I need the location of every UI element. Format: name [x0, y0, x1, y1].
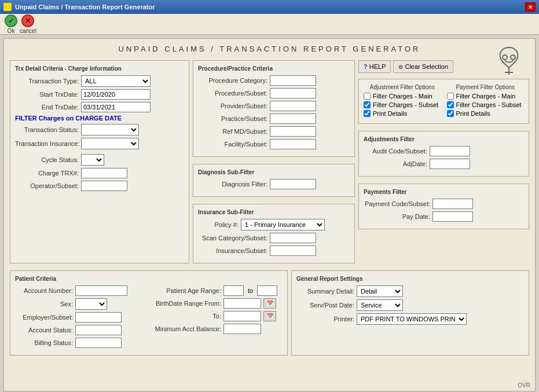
scan-category-label: Scan Category/Subset:	[198, 235, 267, 241]
account-number-input[interactable]	[75, 285, 127, 296]
birthdate-from-input[interactable]	[223, 298, 261, 309]
payments-filter-label: Payments Filter	[364, 189, 524, 195]
diagnosis-section: Diagnosis Sub-Filter Diagnosis Filter:	[193, 164, 355, 197]
age-range-from-input[interactable]	[223, 285, 244, 296]
toolbar: ✓ Ok ✕ cancel	[0, 14, 539, 35]
operator-subset-input[interactable]	[81, 181, 127, 191]
end-trx-date-input[interactable]	[81, 102, 151, 112]
patient-section-label: Patient Criteria	[15, 276, 283, 282]
scan-category-input[interactable]	[270, 233, 316, 243]
adjustments-filter-section: Adjustments Filter Audit Code/Subset: Ad…	[358, 131, 529, 177]
title-bar: ⚕ Unpaid Claims / Transaction Report Gen…	[0, 0, 539, 14]
account-number-label: Account Number:	[15, 287, 73, 294]
printer-select[interactable]: PDF PRINT TO WINDOWS PRINTER	[357, 313, 467, 325]
insurance-subset-input[interactable]	[270, 246, 316, 256]
pay-date-input[interactable]	[432, 211, 473, 222]
filter-charges-subset-adj-checkbox[interactable]	[364, 101, 371, 108]
billing-status-label: Billing Status:	[15, 339, 73, 346]
cancel-icon: ✕	[21, 14, 34, 27]
provider-subset-input[interactable]	[270, 101, 316, 111]
logo	[494, 45, 523, 79]
practice-subset-label: Practice/Subset:	[198, 115, 267, 122]
cycle-status-label: Cycle Status:	[15, 156, 79, 163]
sex-select[interactable]	[75, 298, 107, 310]
billing-status-input[interactable]	[75, 338, 122, 348]
charge-trx-input[interactable]	[81, 168, 127, 178]
audit-code-label: Audit Code/Subset:	[364, 148, 427, 155]
charge-trx-label: Charge TRX#:	[15, 170, 79, 177]
transaction-type-label: Transaction Type:	[15, 78, 79, 85]
facility-subset-input[interactable]	[270, 139, 316, 149]
procedure-category-input[interactable]	[270, 75, 316, 86]
payment-code-label: Payment Code/Subset:	[364, 200, 430, 207]
diagnosis-filter-label: Diagnosis Filter:	[198, 181, 267, 188]
general-section: General Report Settings Summary Detail: …	[291, 270, 529, 356]
min-acct-balance-input[interactable]	[223, 324, 261, 334]
adjustments-filter-label: Adjustments Filter	[364, 136, 524, 142]
refmd-subset-label: Ref MD/Subset:	[198, 128, 267, 135]
audit-code-input[interactable]	[430, 146, 470, 156]
transaction-insurance-label: Transaction Insurance:	[15, 140, 79, 147]
policy-select[interactable]: 1 - Primary Insurance 2 - Secondary Insu…	[241, 219, 325, 230]
practice-subset-input[interactable]	[270, 113, 316, 124]
start-trx-date-input[interactable]	[81, 89, 151, 100]
transaction-type-select[interactable]: ALL	[81, 75, 151, 87]
adjustment-label: Adjustment Filter Options	[364, 84, 441, 90]
filter-charges-subset-pay-label: Filter Charges - Subset	[456, 101, 522, 108]
employer-subset-input[interactable]	[75, 312, 122, 323]
summary-detail-select[interactable]: Detail Summary	[357, 285, 403, 297]
birthdate-to-label: To:	[152, 313, 221, 320]
summary-detail-label: Summary Detail:	[296, 288, 354, 295]
help-button[interactable]: ? HELP	[358, 60, 391, 73]
ok-button[interactable]: ✓ Ok	[5, 14, 17, 34]
end-trx-label: End TrxDate:	[15, 104, 79, 111]
procedure-subset-label: Procedure/Subset:	[198, 90, 267, 97]
print-details-pay-checkbox[interactable]	[447, 110, 454, 117]
svg-point-1	[511, 55, 515, 60]
clear-selection-button[interactable]: ⊘ Clear Selection	[393, 60, 453, 73]
cycle-status-select[interactable]	[81, 154, 104, 166]
birthdate-to-picker[interactable]: 📅	[263, 311, 276, 321]
transaction-insurance-select[interactable]	[81, 138, 139, 149]
ovr-status: OVR	[518, 382, 530, 389]
procedure-category-label: Procedure Category:	[198, 77, 267, 84]
account-status-input[interactable]	[75, 325, 122, 335]
cancel-button[interactable]: ✕ cancel	[20, 14, 36, 34]
insurance-section-label: Insurance Sub-Filter	[198, 209, 350, 215]
trx-section: Trx Detail Criteria - Charge Information…	[10, 60, 189, 263]
patient-age-range-label: Patient Age Range:	[152, 287, 221, 294]
birthdate-to-input[interactable]	[223, 311, 261, 321]
trx-section-label: Trx Detail Criteria - Charge Information	[15, 65, 184, 72]
page-title: UNPAID CLAIMS / TRANSACTION REPORT GENER…	[10, 45, 529, 53]
age-range-to-input[interactable]	[257, 285, 277, 296]
ok-icon: ✓	[5, 14, 17, 27]
diagnosis-filter-input[interactable]	[270, 179, 316, 189]
payments-filter-section: Payments Filter Payment Code/Subset: Pay…	[358, 184, 529, 229]
serv-post-date-select[interactable]: Service Post	[357, 299, 403, 311]
sex-label: Sex:	[15, 301, 73, 307]
procedure-subset-input[interactable]	[270, 88, 316, 98]
print-details-adj-checkbox[interactable]	[364, 110, 371, 117]
print-details-adj-label: Print Details	[373, 110, 407, 117]
patient-section: Patient Criteria Account Number: Sex:	[10, 270, 288, 356]
adj-date-input[interactable]	[430, 159, 470, 169]
filter-options-section: Adjustment Filter Options Filter Charges…	[358, 79, 529, 124]
filter-charges-main-pay-checkbox[interactable]	[447, 93, 454, 100]
general-section-label: General Report Settings	[296, 276, 524, 282]
filter-highlight: FILTER Charges on CHARGE DATE	[15, 115, 122, 122]
serv-post-date-label: Serv/Post Date:	[296, 302, 354, 309]
transaction-status-select[interactable]	[81, 124, 139, 135]
help-icon: ?	[364, 63, 368, 70]
procedure-section-label: Procedure/Practice Criteria	[198, 65, 350, 72]
payment-code-input[interactable]	[432, 199, 473, 209]
min-acct-balance-label: Minimum Acct Balance:	[152, 325, 221, 332]
close-button[interactable]: ✕	[525, 2, 536, 12]
refmd-subset-input[interactable]	[270, 126, 316, 137]
title-bar-title: Unpaid Claims / Transaction Report Gener…	[15, 3, 155, 10]
birthdate-from-picker[interactable]: 📅	[263, 298, 276, 309]
filter-charges-main-adj-checkbox[interactable]	[364, 93, 371, 100]
operator-subset-label: Operator/Subset:	[15, 182, 79, 189]
transaction-status-label: Transaction Status:	[15, 126, 79, 133]
to-label: to	[246, 287, 255, 294]
filter-charges-subset-pay-checkbox[interactable]	[447, 101, 454, 108]
